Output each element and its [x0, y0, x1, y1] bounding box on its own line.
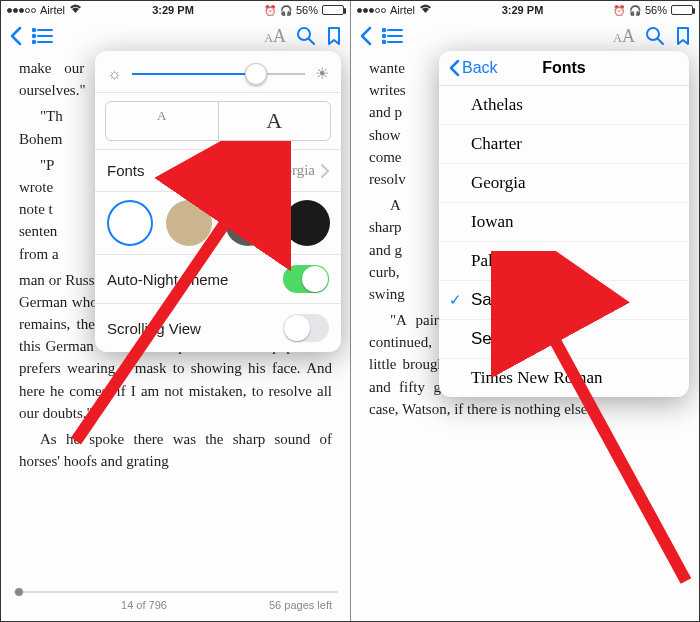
font-option-label: Palatino — [471, 251, 527, 271]
appearance-icon[interactable]: AA — [613, 26, 635, 47]
text-size-segmented: A A — [105, 101, 331, 141]
fonts-label: Fonts — [107, 162, 145, 179]
progress-track[interactable] — [13, 591, 338, 593]
clock-label: 3:29 PM — [86, 4, 260, 16]
fonts-back-button[interactable]: Back — [449, 59, 498, 77]
theme-sepia[interactable] — [166, 200, 212, 246]
fonts-value: Georgia — [267, 162, 315, 179]
bookmark-icon[interactable] — [326, 26, 342, 46]
carrier-label: Airtel — [390, 4, 415, 16]
signal-icon — [357, 8, 386, 13]
alarm-icon: ⏰ — [264, 5, 276, 16]
scrolling-row: Scrolling View — [95, 304, 341, 352]
font-option-label: Charter — [471, 134, 522, 154]
wifi-icon — [419, 4, 432, 16]
font-option-label: Georgia — [471, 173, 525, 193]
brightness-high-icon: ☀ — [315, 64, 329, 83]
font-option[interactable]: Palatino — [439, 242, 689, 281]
theme-white[interactable] — [107, 200, 153, 246]
paragraph: As he spoke there was the sharp sound of… — [19, 428, 332, 472]
fonts-list: AthelasCharterGeorgiaIowanPalatino✓San F… — [439, 86, 689, 397]
font-option[interactable]: Georgia — [439, 164, 689, 203]
svg-line-17 — [658, 39, 663, 44]
navbar: AA — [1, 19, 350, 53]
brightness-thumb[interactable] — [245, 63, 267, 85]
battery-pct: 56% — [296, 4, 318, 16]
scrolling-label: Scrolling View — [107, 320, 201, 337]
page-of-label: 14 of 796 — [19, 599, 269, 611]
font-option[interactable]: Times New Roman — [439, 359, 689, 397]
pages-left-label: 56 pages left — [269, 599, 332, 611]
phone-right: Airtel 3:29 PM ⏰ 🎧 56% AA — [350, 1, 699, 621]
font-option-label: Iowan — [471, 212, 513, 232]
font-option[interactable]: Athelas — [439, 86, 689, 125]
toc-icon[interactable] — [32, 28, 54, 44]
fonts-header: Back Fonts — [439, 51, 689, 86]
battery-icon — [322, 5, 344, 15]
toc-icon[interactable] — [382, 28, 404, 44]
alarm-icon: ⏰ — [613, 5, 625, 16]
battery-pct: 56% — [645, 4, 667, 16]
checkmark-icon: ✓ — [449, 291, 462, 309]
search-icon[interactable] — [296, 26, 316, 46]
font-option[interactable]: Seravek — [439, 320, 689, 359]
auto-night-switch[interactable] — [283, 265, 329, 293]
fonts-popover: Back Fonts AthelasCharterGeorgiaIowanPal… — [439, 51, 689, 397]
auto-night-label: Auto-Night Theme — [107, 271, 228, 288]
text-smaller-button[interactable]: A — [106, 102, 218, 140]
textsize-row: A A — [95, 93, 341, 150]
font-option-label: Seravek — [471, 329, 533, 349]
back-icon[interactable] — [9, 26, 22, 46]
wifi-icon — [69, 4, 82, 16]
theme-grey[interactable] — [225, 200, 271, 246]
auto-night-row: Auto-Night Theme — [95, 255, 341, 304]
headphones-icon: 🎧 — [629, 5, 641, 16]
font-option-label: Athelas — [471, 95, 523, 115]
signal-icon — [7, 8, 36, 13]
progress-thumb[interactable] — [15, 588, 23, 596]
battery-icon — [671, 5, 693, 15]
svg-point-10 — [383, 29, 385, 31]
back-icon[interactable] — [359, 26, 372, 46]
svg-point-6 — [298, 28, 310, 40]
status-bar: Airtel 3:29 PM ⏰ 🎧 56% — [351, 1, 699, 19]
navbar: AA — [351, 19, 699, 53]
svg-point-4 — [33, 41, 35, 43]
phone-left: Airtel 3:29 PM ⏰ 🎧 56% AA — [1, 1, 350, 621]
font-option-label: Times New Roman — [471, 368, 603, 388]
font-option[interactable]: ✓San Francisco — [439, 281, 689, 320]
fonts-row[interactable]: Fonts Georgia — [95, 150, 341, 192]
brightness-row: ☼ ☀ — [95, 51, 341, 93]
page-footer: 14 of 796 56 pages left — [1, 585, 350, 621]
clock-label: 3:29 PM — [436, 4, 609, 16]
svg-point-2 — [33, 35, 35, 37]
svg-point-12 — [383, 35, 385, 37]
chevron-right-icon — [321, 164, 329, 178]
font-option[interactable]: Charter — [439, 125, 689, 164]
brightness-low-icon: ☼ — [107, 65, 122, 83]
appearance-popover: ☼ ☀ A A Fonts Georgia — [95, 51, 341, 352]
bookmark-icon[interactable] — [675, 26, 691, 46]
headphones-icon: 🎧 — [280, 5, 292, 16]
svg-point-16 — [647, 28, 659, 40]
font-option-label: San Francisco — [471, 290, 580, 310]
font-option[interactable]: Iowan — [439, 203, 689, 242]
search-icon[interactable] — [645, 26, 665, 46]
status-bar: Airtel 3:29 PM ⏰ 🎧 56% — [1, 1, 350, 19]
appearance-icon[interactable]: AA — [264, 26, 286, 47]
scrolling-switch[interactable] — [283, 314, 329, 342]
text-larger-button[interactable]: A — [218, 102, 331, 140]
svg-point-0 — [33, 29, 35, 31]
brightness-slider[interactable] — [132, 73, 305, 75]
theme-row — [95, 192, 341, 255]
theme-black[interactable] — [284, 200, 330, 246]
svg-line-7 — [309, 39, 314, 44]
svg-point-14 — [383, 41, 385, 43]
carrier-label: Airtel — [40, 4, 65, 16]
